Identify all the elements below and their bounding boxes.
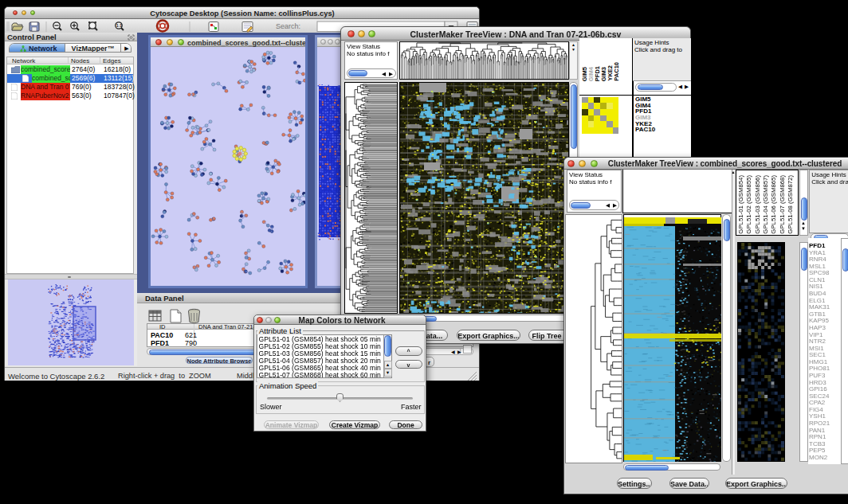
svg-text:1:1: 1:1 (116, 23, 122, 28)
svg-text:Search:: Search: (276, 22, 300, 30)
